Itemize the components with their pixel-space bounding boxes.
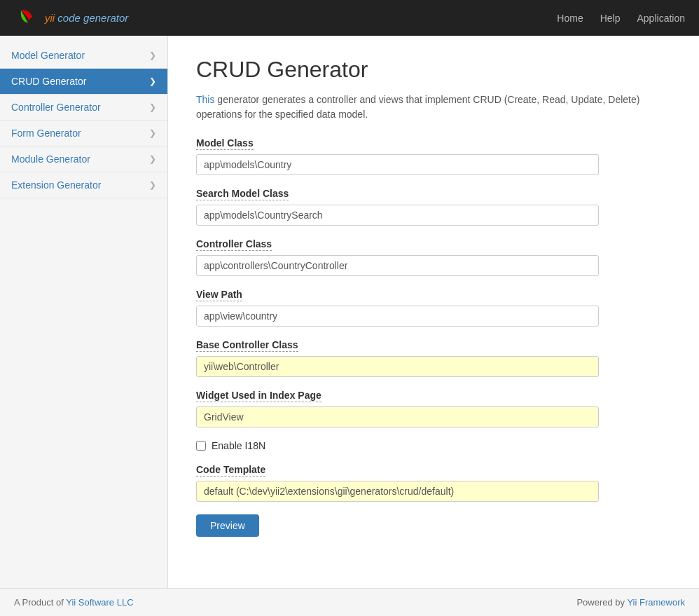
logo: yii code generator: [14, 5, 128, 32]
view-path-group: View Path: [196, 289, 671, 327]
enable-i18n-group: Enable I18N: [196, 440, 671, 451]
footer-yii-software-link[interactable]: Yii Software LLC: [66, 597, 133, 608]
description-link[interactable]: This: [196, 94, 214, 105]
search-model-class-group: Search Model Class: [196, 188, 671, 226]
base-controller-class-group: Base Controller Class: [196, 339, 671, 377]
sidebar-item-label: Extension Generator: [11, 179, 101, 191]
chevron-right-icon: ❯: [149, 154, 156, 164]
controller-class-group: Controller Class: [196, 238, 671, 276]
model-class-input[interactable]: [196, 154, 599, 175]
footer-yii-framework-link[interactable]: Yii Framework: [627, 597, 685, 608]
logo-text: yii code generator: [45, 12, 128, 24]
nav-help[interactable]: Help: [600, 13, 621, 24]
content-area: CRUD Generator This generator generates …: [168, 36, 699, 588]
model-class-label: Model Class: [196, 137, 254, 150]
code-template-group: Code Template: [196, 464, 671, 502]
yii-logo-icon: [14, 5, 41, 32]
controller-class-input[interactable]: [196, 255, 599, 276]
search-model-class-label: Search Model Class: [196, 188, 289, 200]
sidebar-item-form-generator[interactable]: Form Generator ❯: [0, 121, 167, 146]
sidebar-item-controller-generator[interactable]: Controller Generator ❯: [0, 95, 167, 121]
chevron-right-icon: ❯: [149, 76, 156, 86]
chevron-right-icon: ❯: [149, 180, 156, 190]
base-controller-class-label: Base Controller Class: [196, 339, 298, 352]
header: yii code generator Home Help Application: [0, 0, 699, 36]
controller-class-label: Controller Class: [196, 238, 272, 251]
sidebar-item-label: Module Generator: [11, 153, 90, 165]
sidebar-item-label: Form Generator: [11, 128, 81, 139]
model-class-group: Model Class: [196, 137, 671, 175]
sidebar-item-label: CRUD Generator: [11, 76, 86, 87]
view-path-label: View Path: [196, 289, 242, 301]
main-container: Model Generator ❯ CRUD Generator ❯ Contr…: [0, 36, 699, 588]
header-nav: Home Help Application: [557, 13, 685, 24]
svg-point-0: [15, 6, 40, 31]
code-template-input[interactable]: [196, 481, 599, 502]
sidebar-item-extension-generator[interactable]: Extension Generator ❯: [0, 172, 167, 198]
footer: A Product of Yii Software LLC Powered by…: [0, 588, 699, 616]
footer-left: A Product of Yii Software LLC: [14, 597, 134, 608]
chevron-right-icon: ❯: [149, 102, 156, 112]
sidebar: Model Generator ❯ CRUD Generator ❯ Contr…: [0, 36, 168, 588]
code-template-label: Code Template: [196, 464, 265, 477]
description: This generator generates a controller an…: [196, 93, 671, 122]
chevron-right-icon: ❯: [149, 50, 156, 60]
view-path-input[interactable]: [196, 306, 599, 327]
widget-used-group: Widget Used in Index Page: [196, 390, 671, 427]
search-model-class-input[interactable]: [196, 205, 599, 226]
sidebar-item-module-generator[interactable]: Module Generator ❯: [0, 146, 167, 172]
sidebar-item-label: Model Generator: [11, 50, 85, 61]
chevron-right-icon: ❯: [149, 128, 156, 138]
nav-home[interactable]: Home: [557, 13, 583, 24]
sidebar-item-crud-generator[interactable]: CRUD Generator ❯: [0, 69, 167, 95]
nav-application[interactable]: Application: [637, 13, 686, 24]
widget-used-label: Widget Used in Index Page: [196, 390, 321, 402]
base-controller-class-input[interactable]: [196, 356, 599, 377]
enable-i18n-label: Enable I18N: [212, 440, 265, 451]
footer-right: Powered by Yii Framework: [576, 597, 685, 608]
sidebar-item-label: Controller Generator: [11, 102, 101, 113]
preview-button[interactable]: Preview: [196, 514, 259, 537]
sidebar-item-model-generator[interactable]: Model Generator ❯: [0, 43, 167, 69]
page-title: CRUD Generator: [196, 57, 671, 83]
enable-i18n-checkbox[interactable]: [196, 441, 206, 451]
widget-used-input[interactable]: [196, 406, 599, 427]
